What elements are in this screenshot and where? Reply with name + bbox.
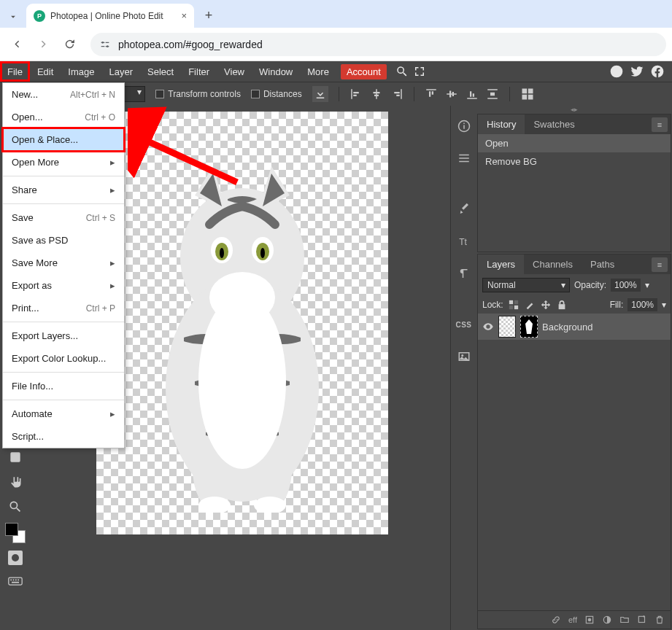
css-panel-button[interactable]: CSS [454, 314, 474, 335]
menu-file[interactable]: File [0, 61, 30, 82]
new-layer-icon[interactable] [637, 615, 647, 625]
layer-row[interactable]: Background [478, 314, 671, 340]
menu-layer[interactable]: Layer [102, 61, 141, 82]
panel-menu-button[interactable]: ≡ [652, 117, 668, 132]
history-item[interactable]: Remove BG [478, 152, 671, 171]
align-top-icon[interactable] [425, 88, 438, 101]
keyboard-icon[interactable] [7, 572, 24, 590]
history-item[interactable]: Open [478, 134, 671, 152]
panel-menu-button[interactable]: ≡ [652, 257, 668, 272]
hand-tool[interactable] [7, 473, 24, 491]
auto-select-dropdown[interactable] [124, 86, 145, 102]
download-icon[interactable] [312, 86, 328, 102]
tab-close-button[interactable]: × [181, 10, 187, 21]
svg-point-41 [588, 618, 592, 622]
swatches-tab[interactable]: Swatches [525, 114, 583, 134]
search-icon[interactable] [395, 65, 409, 78]
menu-export-color-lookup[interactable]: Export Color Lookup... [3, 347, 124, 370]
align-left-icon[interactable] [349, 88, 363, 101]
lock-position-icon[interactable] [540, 299, 552, 311]
menu-automate[interactable]: Automate▸ [3, 402, 124, 425]
align-center-v-icon[interactable] [445, 88, 458, 101]
back-button[interactable] [6, 34, 28, 55]
mask-icon[interactable] [584, 615, 595, 625]
channels-tab[interactable]: Channels [524, 254, 582, 274]
menu-edit[interactable]: Edit [30, 61, 61, 82]
menu-script[interactable]: Script... [3, 425, 124, 448]
align-right-icon[interactable] [390, 88, 403, 101]
paragraph-panel-button[interactable] [454, 263, 474, 284]
layer-name[interactable]: Background [542, 322, 592, 332]
fullscreen-icon[interactable] [413, 65, 426, 78]
history-tab[interactable]: History [478, 114, 525, 134]
account-button[interactable]: Account [341, 64, 387, 79]
align-center-h-icon[interactable] [370, 88, 383, 101]
layers-tab[interactable]: Layers [478, 254, 524, 274]
dropdown-icon[interactable]: ▾ [662, 300, 666, 310]
menu-more[interactable]: More [300, 61, 336, 82]
eff-label[interactable]: eff [568, 615, 577, 624]
svg-rect-7 [15, 580, 17, 581]
canvas[interactable] [96, 112, 388, 534]
reddit-icon[interactable] [609, 64, 624, 79]
menu-print[interactable]: Print...Ctrl + P [3, 297, 124, 319]
info-panel-button[interactable] [454, 116, 474, 136]
address-bar[interactable]: photopea.com/#goog_rewarded [90, 33, 666, 56]
menu-export-as[interactable]: Export as▸ [3, 274, 124, 297]
shape-tool[interactable] [7, 448, 24, 466]
paths-tab[interactable]: Paths [582, 254, 623, 274]
folder-icon[interactable] [619, 615, 630, 625]
tab-search-button[interactable] [0, 6, 26, 28]
menu-new[interactable]: New...Alt+Ctrl + N [3, 83, 124, 106]
facebook-icon[interactable] [650, 64, 665, 79]
menu-select[interactable]: Select [140, 61, 181, 82]
layer-thumbnail[interactable] [498, 316, 516, 338]
quick-mask-button[interactable] [8, 551, 23, 565]
blend-mode-select[interactable]: Normal [482, 278, 570, 292]
lock-image-icon[interactable] [524, 299, 536, 311]
menu-image[interactable]: Image [61, 61, 101, 82]
menu-export-layers[interactable]: Export Layers... [3, 324, 124, 347]
image-panel-button[interactable] [454, 346, 474, 367]
link-layers-icon[interactable] [551, 615, 561, 625]
layer-mask-thumbnail[interactable] [520, 316, 538, 338]
fill-value[interactable]: 100% [627, 298, 657, 311]
grid-icon[interactable] [520, 87, 535, 101]
distances-checkbox[interactable]: Distances [251, 89, 302, 99]
menu-open[interactable]: Open...Ctrl + O [3, 106, 124, 128]
histogram-panel-button[interactable] [454, 148, 474, 168]
align-bottom-icon[interactable] [466, 88, 479, 101]
lock-transparency-icon[interactable] [508, 299, 520, 311]
delete-icon[interactable] [654, 615, 665, 625]
menu-share[interactable]: Share▸ [3, 179, 124, 201]
menu-window[interactable]: Window [252, 61, 300, 82]
menu-save-more[interactable]: Save More▸ [3, 252, 124, 274]
brush-panel-button[interactable] [454, 199, 474, 219]
visibility-icon[interactable] [482, 321, 494, 332]
menu-file-info[interactable]: File Info... [3, 375, 124, 397]
menu-view[interactable]: View [217, 61, 252, 82]
zoom-tool[interactable] [7, 498, 24, 516]
menu-open-and-place[interactable]: Open & Place... [3, 128, 124, 151]
transform-controls-checkbox[interactable]: Transform controls [155, 89, 241, 99]
site-settings-icon[interactable] [99, 39, 111, 50]
adjustment-icon[interactable] [602, 615, 612, 625]
character-panel-button[interactable]: Tt [454, 231, 474, 252]
opacity-value[interactable]: 100% [611, 279, 641, 292]
menu-open-more[interactable]: Open More▸ [3, 151, 124, 174]
menu-filter[interactable]: Filter [181, 61, 217, 82]
dropdown-icon[interactable]: ▾ [645, 280, 649, 290]
color-swatches[interactable] [5, 523, 26, 543]
distribute-icon[interactable] [486, 88, 499, 101]
reload-button[interactable] [58, 34, 80, 55]
menu-save-psd[interactable]: Save as PSD [3, 229, 124, 252]
new-tab-button[interactable]: + [198, 5, 219, 26]
twitter-icon[interactable] [630, 64, 644, 79]
lock-all-icon[interactable] [556, 299, 568, 311]
svg-point-28 [198, 294, 286, 469]
menu-save[interactable]: SaveCtrl + S [3, 206, 124, 229]
svg-rect-31 [463, 123, 465, 125]
forward-button[interactable] [32, 34, 54, 55]
collapse-handle[interactable]: ◂▸ [476, 106, 672, 113]
browser-tab[interactable]: P Photopea | Online Photo Edit × [26, 4, 194, 28]
